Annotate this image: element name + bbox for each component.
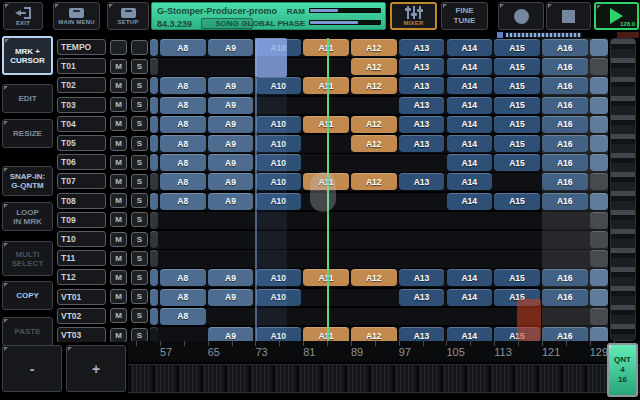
mute-button-t05[interactable]: M xyxy=(110,136,127,151)
pattern-block-partial[interactable] xyxy=(150,289,158,306)
pattern-block-vt01-a8[interactable]: A8 xyxy=(160,289,206,306)
pattern-block-t07-a8[interactable]: A8 xyxy=(160,173,206,190)
solo-button-t06[interactable]: S xyxy=(131,155,148,170)
pattern-block-partial[interactable] xyxy=(150,77,158,94)
solo-button-t01[interactable]: S xyxy=(131,59,148,74)
pattern-block-t04-a14[interactable]: A14 xyxy=(447,116,493,133)
pattern-block-partial[interactable] xyxy=(150,173,158,190)
pattern-block-t02-a8[interactable]: A8 xyxy=(160,77,206,94)
horizontal-zoom-scrollbar[interactable] xyxy=(128,364,640,393)
sidebar-item-snap-in[interactable]: SNAP-IN: G-QNTM xyxy=(2,166,53,196)
track-label-vt01[interactable]: VT01 xyxy=(57,289,106,305)
pattern-block-t06-a15[interactable]: A15 xyxy=(494,154,540,171)
pattern-block-vt03-a12[interactable]: A12 xyxy=(351,327,397,341)
mute-button-t01[interactable]: M xyxy=(110,59,127,74)
pattern-block-t12-a12[interactable]: A12 xyxy=(351,269,397,286)
pattern-block-t07-a13[interactable]: A13 xyxy=(399,173,445,190)
pattern-block-partial[interactable] xyxy=(150,193,158,210)
pattern-block-t05-a8[interactable]: A8 xyxy=(160,135,206,152)
solo-button-t10[interactable]: S xyxy=(131,232,148,247)
mute-button-t06[interactable]: M xyxy=(110,155,127,170)
pattern-block-t08-a15[interactable]: A15 xyxy=(494,193,540,210)
pattern-block-vt01-a14[interactable]: A14 xyxy=(447,289,493,306)
pattern-block-partial[interactable] xyxy=(150,308,158,325)
sidebar-item-resize[interactable]: RESIZE xyxy=(2,119,53,148)
setup-button[interactable]: SETUP xyxy=(107,2,149,30)
pattern-block-vt01-a9[interactable]: A9 xyxy=(208,289,254,306)
pattern-block-t06-a8[interactable]: A8 xyxy=(160,154,206,171)
pattern-block-t08-a14[interactable]: A14 xyxy=(447,193,493,210)
pattern-block-t02-a13[interactable]: A13 xyxy=(399,77,445,94)
pattern-block-tempo-a13[interactable]: A13 xyxy=(399,39,445,56)
solo-button-t11[interactable]: S xyxy=(131,251,148,266)
solo-button-t05[interactable]: S xyxy=(131,136,148,151)
track-label-t07[interactable]: T07 xyxy=(57,173,106,189)
solo-button-t03[interactable]: S xyxy=(131,97,148,112)
mute-button-t11[interactable]: M xyxy=(110,251,127,266)
track-label-t01[interactable]: T01 xyxy=(57,58,106,74)
fine-tune-button[interactable]: FINE TUNE xyxy=(441,2,488,30)
pattern-block-t06-a14[interactable]: A14 xyxy=(447,154,493,171)
pattern-block-t05-a12[interactable]: A12 xyxy=(351,135,397,152)
track-label-t11[interactable]: T11 xyxy=(57,250,106,266)
track-label-vt02[interactable]: VT02 xyxy=(57,308,106,324)
pattern-block-vt02-a8[interactable]: A8 xyxy=(160,308,206,325)
pattern-block-partial[interactable] xyxy=(150,116,158,133)
track-label-t08[interactable]: T08 xyxy=(57,193,106,209)
mixer-button[interactable]: MIXER xyxy=(390,2,437,30)
solo-button-t02[interactable]: S xyxy=(131,78,148,93)
pattern-block-t12-a14[interactable]: A14 xyxy=(447,269,493,286)
solo-button-t08[interactable]: S xyxy=(131,193,148,208)
mute-button-t02[interactable]: M xyxy=(110,78,127,93)
pattern-block-t12-a8[interactable]: A8 xyxy=(160,269,206,286)
exit-button[interactable]: EXIT xyxy=(3,2,43,30)
pattern-block-t03-a15[interactable]: A15 xyxy=(494,97,540,114)
pattern-block-vt01-a13[interactable]: A13 xyxy=(399,289,445,306)
mute-button-t07[interactable]: M xyxy=(110,174,127,189)
pattern-block-t12-a15[interactable]: A15 xyxy=(494,269,540,286)
pattern-block-t03-a8[interactable]: A8 xyxy=(160,97,206,114)
record-button[interactable] xyxy=(498,2,544,30)
mute-button-t12[interactable]: M xyxy=(110,270,127,285)
pattern-block-t12-a13[interactable]: A13 xyxy=(399,269,445,286)
pattern-block-tempo-a8[interactable]: A8 xyxy=(160,39,206,56)
vertical-scrollbar[interactable] xyxy=(610,38,636,341)
sidebar-item-edit[interactable]: EDIT xyxy=(2,84,53,113)
stop-button[interactable] xyxy=(546,2,591,30)
main-menu-button[interactable]: MAIN MENU xyxy=(53,2,100,30)
pattern-block-tempo-a14[interactable]: A14 xyxy=(447,39,493,56)
pattern-block-t12-a9[interactable]: A9 xyxy=(208,269,254,286)
pattern-block-t04-a9[interactable]: A9 xyxy=(208,116,254,133)
pattern-block-t08-a9[interactable]: A9 xyxy=(208,193,254,210)
track-label-vt03[interactable]: VT03 xyxy=(57,327,106,342)
track-label-t03[interactable]: T03 xyxy=(57,97,106,113)
pattern-block-t07-a14[interactable]: A14 xyxy=(447,173,493,190)
pattern-block-tempo-a12[interactable]: A12 xyxy=(351,39,397,56)
zoom-out-button[interactable]: - xyxy=(2,345,62,392)
pattern-block-t01-a13[interactable]: A13 xyxy=(399,58,445,75)
pattern-block-vt03-a13[interactable]: A13 xyxy=(399,327,445,341)
mute-button-t08[interactable]: M xyxy=(110,193,127,208)
pattern-block-partial[interactable] xyxy=(150,269,158,286)
pattern-block-t02-a14[interactable]: A14 xyxy=(447,77,493,94)
sidebar-item-mrk-cursor[interactable]: MRK + CURSOR xyxy=(2,36,53,75)
pattern-block-partial[interactable] xyxy=(150,250,158,267)
track-label-t06[interactable]: T06 xyxy=(57,154,106,170)
pattern-block-tempo-a15[interactable]: A15 xyxy=(494,39,540,56)
track-label-t05[interactable]: T05 xyxy=(57,135,106,151)
pattern-block-t04-a8[interactable]: A8 xyxy=(160,116,206,133)
solo-button-t04[interactable]: S xyxy=(131,116,148,131)
track-label-t10[interactable]: T10 xyxy=(57,231,106,247)
pattern-block-t04-a15[interactable]: A15 xyxy=(494,116,540,133)
sidebar-item-loop-in-mrk[interactable]: LOOP IN MRK xyxy=(2,202,53,231)
pattern-block-t04-a12[interactable]: A12 xyxy=(351,116,397,133)
track-label-t12[interactable]: T12 xyxy=(57,269,106,285)
pattern-block-t02-a11[interactable]: A11 xyxy=(303,77,349,94)
pattern-block-t01-a15[interactable]: A15 xyxy=(494,58,540,75)
pattern-block-partial[interactable] xyxy=(150,39,158,56)
sidebar-item-copy[interactable]: COPY xyxy=(2,281,53,310)
pattern-block-vt03-a11[interactable]: A11 xyxy=(303,327,349,341)
zoom-in-button[interactable]: + xyxy=(66,345,126,392)
pattern-block-t05-a13[interactable]: A13 xyxy=(399,135,445,152)
solo-button-t12[interactable]: S xyxy=(131,270,148,285)
